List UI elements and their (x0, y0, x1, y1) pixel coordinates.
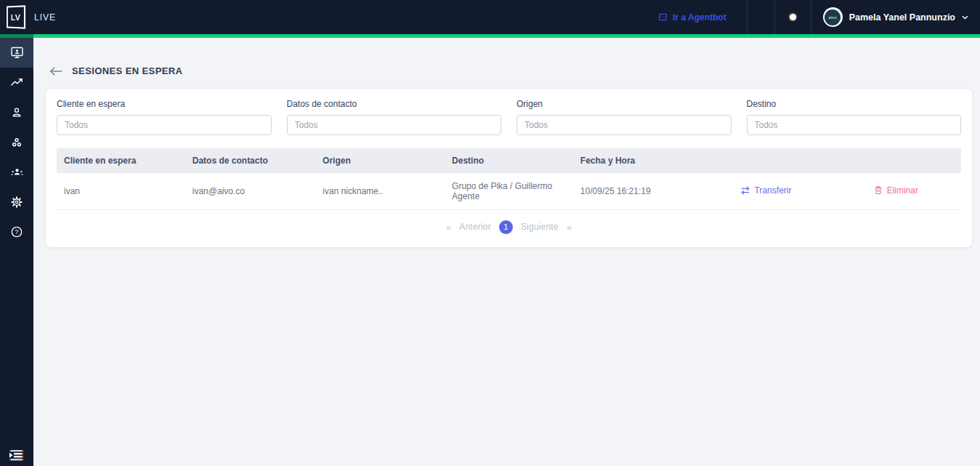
header-destino: Destino (445, 148, 573, 173)
go-to-agentbot-link[interactable]: Ir a Agentbot (638, 0, 747, 34)
navbar-empty-section (748, 0, 774, 34)
delete-label: Eliminar (887, 185, 918, 196)
header-transferir-empty (700, 148, 830, 173)
avatar-logo: aivo (825, 9, 841, 25)
header-eliminar-empty (831, 148, 961, 173)
groups-dots-icon (9, 135, 24, 150)
pagination-prev-arrow[interactable]: « (446, 222, 451, 233)
logo-text: LV (11, 12, 21, 21)
transfer-label: Transferir (755, 185, 792, 196)
main-content: SESIONES EN ESPERA Cliente en espera Dat… (33, 38, 980, 466)
help-question-icon: ? (9, 225, 24, 239)
changelog-widget-icon (9, 449, 25, 462)
sidebar-item-settings[interactable] (0, 187, 33, 217)
filter-label: Datos de contacto (287, 99, 502, 109)
pagination: « Anterior 1 Siguiente » (57, 210, 961, 240)
svg-text:?: ? (15, 228, 19, 236)
pagination-next[interactable]: Siguiente (521, 222, 559, 232)
changelog-widget-button[interactable] (0, 449, 33, 462)
agent-person-icon (9, 105, 24, 120)
filter-cliente-en-espera: Cliente en espera (57, 99, 272, 135)
trash-icon (874, 185, 883, 195)
analytics-trend-icon (9, 76, 24, 90)
avatar: aivo (823, 7, 843, 27)
back-button[interactable] (49, 66, 62, 76)
brand-name: LIVE (34, 12, 56, 23)
live-logo[interactable]: LV (7, 5, 25, 28)
user-menu[interactable]: aivo Pamela Yanel Pannunzio (811, 0, 980, 34)
cell-cliente: ivan (57, 173, 185, 209)
sidebar-item-live-sessions[interactable] (0, 38, 33, 68)
transfer-button[interactable]: Transferir (740, 185, 792, 196)
sidebar: ? (0, 38, 33, 466)
status-dot (790, 14, 796, 20)
header-fecha: Fecha y Hora (573, 148, 701, 173)
filter-cliente-input[interactable] (57, 115, 272, 135)
top-navbar: LV LIVE Ir a Agentbot (0, 0, 980, 34)
header-cliente: Cliente en espera (57, 148, 185, 173)
sidebar-item-help[interactable]: ? (0, 217, 33, 246)
cell-destino: Grupo de Pika / Guillermo Agente (445, 173, 573, 209)
filter-destino: Destino (747, 99, 962, 135)
filter-label: Destino (747, 99, 962, 109)
table-header-row: Cliente en espera Datos de contacto Orig… (57, 148, 961, 173)
navbar-left: LV LIVE (0, 6, 56, 28)
filter-destino-input[interactable] (747, 115, 962, 135)
user-name: Pamela Yanel Pannunzio (849, 12, 955, 23)
filters-bar: Cliente en espera Datos de contacto Orig… (57, 99, 961, 135)
agentbot-label: Ir a Agentbot (673, 12, 726, 23)
cell-contacto: ivan@aivo.co (185, 173, 315, 209)
cell-origen: ivan nickname.. (315, 173, 445, 209)
sidebar-item-analytics[interactable] (0, 68, 33, 97)
header-contacto: Datos de contacto (185, 148, 315, 173)
filter-origen-input[interactable] (517, 115, 732, 135)
transfer-arrows-icon (740, 186, 750, 195)
agentbot-icon (658, 12, 668, 22)
sidebar-item-team[interactable] (0, 157, 33, 187)
cell-fecha: 10/09/25 16:21:19 (573, 173, 701, 209)
team-people-icon (9, 164, 25, 180)
live-sessions-monitor-icon (9, 45, 25, 60)
chevron-down-icon (962, 15, 968, 20)
accent-bar (0, 34, 980, 38)
pagination-prev[interactable]: Anterior (459, 222, 491, 232)
filter-contacto-input[interactable] (287, 115, 502, 135)
page-title: SESIONES EN ESPERA (72, 65, 182, 76)
pagination-next-arrow[interactable]: » (567, 222, 572, 233)
header-origen: Origen (315, 148, 445, 173)
page-header: SESIONES EN ESPERA (49, 65, 980, 76)
pagination-page-1[interactable]: 1 (499, 220, 513, 234)
table-row: ivan ivan@aivo.co ivan nickname.. Grupo … (57, 173, 961, 209)
delete-button[interactable]: Eliminar (874, 185, 918, 196)
app-root: LV LIVE Ir a Agentbot (0, 0, 980, 466)
sessions-table: Cliente en espera Datos de contacto Orig… (57, 148, 961, 210)
sessions-card: Cliente en espera Datos de contacto Orig… (45, 88, 973, 248)
arrow-left-icon (49, 66, 62, 76)
sidebar-item-groups[interactable] (0, 127, 33, 157)
sidebar-item-agents[interactable] (0, 97, 33, 127)
notification-section[interactable] (775, 0, 811, 34)
filter-datos-de-contacto: Datos de contacto (287, 99, 502, 135)
filter-label: Cliente en espera (57, 99, 272, 109)
filter-label: Origen (517, 99, 732, 109)
navbar-right: Ir a Agentbot aivo Pamela Yanel Pannunzi… (638, 0, 980, 34)
settings-gear-icon (9, 195, 24, 209)
filter-origen: Origen (517, 99, 732, 135)
